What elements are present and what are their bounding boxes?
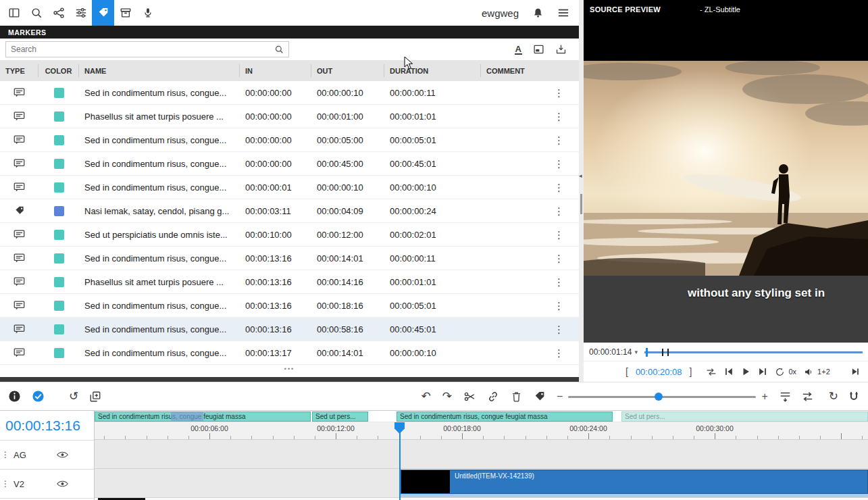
preview-scrubber[interactable] xyxy=(644,347,863,357)
table-row[interactable]: Sed ut perspiciatis unde omnis iste... 0… xyxy=(0,223,579,247)
row-menu-icon[interactable]: ⋮ xyxy=(554,253,564,264)
column-color[interactable]: COLOR xyxy=(39,64,79,77)
scrubber-playhead[interactable] xyxy=(646,348,648,357)
microphone-icon[interactable] xyxy=(136,0,159,26)
scrubber-track[interactable] xyxy=(644,351,863,353)
play-button[interactable] xyxy=(741,367,750,376)
row-menu-icon[interactable]: ⋮ xyxy=(554,348,564,358)
layout-grid-icon[interactable] xyxy=(3,0,25,26)
video-clip[interactable]: Untitled(ITEM-VX-142139) xyxy=(401,470,868,494)
panel-divider[interactable]: ◂ xyxy=(579,0,584,382)
track-header-v2[interactable]: ⋮ V2 xyxy=(0,470,94,499)
mark-out-button[interactable]: ] xyxy=(690,366,692,377)
insert-track-icon[interactable] xyxy=(779,391,792,403)
zoom-out-icon[interactable]: − xyxy=(557,391,563,403)
search-icon[interactable] xyxy=(25,0,47,26)
column-duration[interactable]: DURATION xyxy=(384,64,481,77)
swap-track-icon[interactable] xyxy=(801,391,814,403)
table-row[interactable]: Sed in condimentum risus, congue... 00:0… xyxy=(0,247,579,270)
annotation-icon[interactable] xyxy=(533,44,544,55)
table-row[interactable]: Sed in condimentum risus, congue... 00:0… xyxy=(0,152,579,176)
table-row[interactable]: Phasellus sit amet turpis posuere ... 00… xyxy=(0,105,579,128)
column-type[interactable]: TYPE xyxy=(0,64,39,77)
scrubber-mark-out[interactable] xyxy=(667,349,669,356)
table-row[interactable]: Sed in condimentum risus, congue... 00:0… xyxy=(0,341,579,365)
approve-toggle-icon[interactable] xyxy=(32,390,45,403)
delete-icon[interactable] xyxy=(511,391,522,403)
marker-duration: 00:00:00:24 xyxy=(384,206,481,216)
table-row[interactable]: Phasellus sit amet turpis posuere ... 00… xyxy=(0,270,579,294)
table-row[interactable]: Nasi lemak, satay, cendol, pisang g... 0… xyxy=(0,199,579,223)
table-row[interactable]: Sed in condimentum risus, congue... 00:0… xyxy=(0,176,579,199)
redo-icon[interactable]: ↷ xyxy=(442,391,452,402)
markers-tool-button[interactable] xyxy=(92,0,114,26)
track-header-ag[interactable]: ⋮ AG xyxy=(0,441,94,470)
notifications-bell-icon[interactable] xyxy=(532,7,544,19)
archive-icon[interactable] xyxy=(114,0,136,26)
subtitle-clip[interactable]: Sed ut pers... xyxy=(621,411,868,422)
timecode-dropdown-icon[interactable]: ▾ xyxy=(634,349,638,355)
row-menu-icon[interactable]: ⋮ xyxy=(554,206,564,216)
column-out[interactable]: OUT xyxy=(311,64,384,77)
next-frame-button[interactable] xyxy=(758,367,767,376)
collapse-panel-icon[interactable]: ◂ xyxy=(579,172,582,179)
menu-icon[interactable] xyxy=(557,7,569,18)
connections-icon[interactable] xyxy=(47,0,70,26)
duplicate-clip-icon[interactable] xyxy=(89,391,101,403)
timeline-timecode: 00:00:13:16 xyxy=(0,411,94,441)
mark-in-button[interactable]: [ xyxy=(626,366,628,377)
search-input[interactable] xyxy=(11,45,274,54)
subtitle-clip[interactable]: Sed ut pers... xyxy=(312,411,368,422)
link-icon[interactable] xyxy=(487,391,499,403)
row-menu-icon[interactable]: ⋮ xyxy=(554,277,564,287)
text-style-icon[interactable]: A xyxy=(515,45,522,55)
download-icon[interactable] xyxy=(555,44,567,55)
search-submit-icon[interactable] xyxy=(274,45,284,54)
undo-icon[interactable]: ↶ xyxy=(422,391,431,402)
track-visibility-icon[interactable] xyxy=(57,480,68,488)
undo-history-icon[interactable]: ↺ xyxy=(69,391,78,402)
row-menu-icon[interactable]: ⋮ xyxy=(554,135,564,145)
row-menu-icon[interactable]: ⋮ xyxy=(554,88,564,98)
column-in[interactable]: IN xyxy=(240,64,311,77)
table-row[interactable]: Sed in condimentum risus, congue... 00:0… xyxy=(0,318,579,341)
track-visibility-icon[interactable] xyxy=(57,451,68,459)
shuttle-icon[interactable] xyxy=(706,368,717,376)
row-menu-icon[interactable]: ⋮ xyxy=(554,301,564,311)
row-menu-icon[interactable]: ⋮ xyxy=(554,111,564,122)
audio-channels-control[interactable]: 1+2 xyxy=(804,368,830,376)
table-row[interactable]: Sed in condimentum risus, congue... 00:0… xyxy=(0,294,579,318)
playback-speed-control[interactable]: 0x xyxy=(775,367,796,377)
snap-icon[interactable] xyxy=(848,391,860,403)
row-menu-icon[interactable]: ⋮ xyxy=(554,324,564,334)
scrubber-mark-in[interactable] xyxy=(662,349,663,356)
divider-scroll-thumb[interactable] xyxy=(580,194,582,214)
info-toggle-icon[interactable] xyxy=(8,390,21,403)
previous-frame-button[interactable] xyxy=(724,367,734,376)
subtitle-clip[interactable]: Sed in condimentum risus, congue feugiat… xyxy=(397,411,613,422)
column-comment[interactable]: COMMENT xyxy=(481,64,579,77)
track-drag-handle[interactable]: ⋮ xyxy=(1,450,9,459)
refresh-icon[interactable]: ↻ xyxy=(829,391,838,402)
zoom-slider[interactable] xyxy=(568,392,756,401)
zoom-in-icon[interactable]: + xyxy=(761,391,767,403)
track-drag-handle[interactable]: ⋮ xyxy=(1,479,9,489)
table-row[interactable]: Sed in condimentum risus, congue... 00:0… xyxy=(0,81,579,105)
row-menu-icon[interactable]: ⋮ xyxy=(554,230,564,240)
timeline-ruler[interactable]: 00:00:06:0000:00:12:0000:00:18:0000:00:2… xyxy=(95,422,868,440)
subtitle-clip[interactable]: Sed in condimentum risus, congue feugiat… xyxy=(95,411,311,422)
row-menu-icon[interactable]: ⋮ xyxy=(554,182,564,193)
track-v2-lane[interactable]: Untitled(ITEM-VX-142139) xyxy=(95,469,868,498)
add-marker-icon[interactable] xyxy=(534,391,546,403)
column-name[interactable]: NAME xyxy=(79,64,240,77)
table-row[interactable]: Sed in condimentum risus, congue... 00:0… xyxy=(0,128,579,152)
goto-end-icon[interactable] xyxy=(850,367,860,376)
row-menu-icon[interactable]: ⋮ xyxy=(554,159,564,169)
panel-resize-handle[interactable]: ••• xyxy=(0,365,579,373)
cut-icon[interactable] xyxy=(463,391,476,403)
filters-icon[interactable] xyxy=(70,0,92,26)
track-ag-lane[interactable] xyxy=(95,440,868,469)
subtitle-track[interactable]: Sed in condimentum risus, congue feugiat… xyxy=(95,411,868,422)
video-viewport[interactable]: without any styling set in xyxy=(584,19,868,343)
zoom-slider-thumb[interactable] xyxy=(655,393,663,401)
